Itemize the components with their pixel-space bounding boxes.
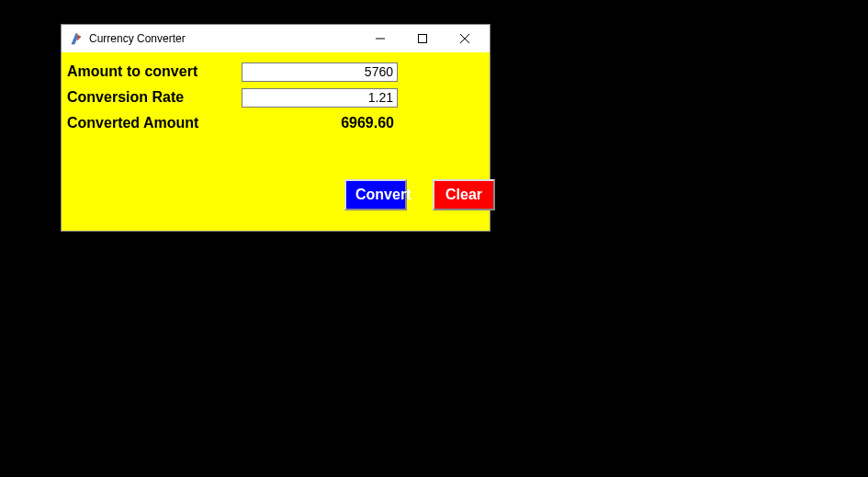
amount-input[interactable] — [242, 62, 398, 82]
titlebar[interactable]: Currency Converter — [62, 25, 490, 52]
rate-label: Conversion Rate — [67, 89, 242, 106]
tk-feather-icon — [69, 31, 84, 46]
amount-label: Amount to convert — [67, 63, 242, 80]
window-title: Currency Converter — [89, 32, 359, 45]
app-window: Currency Converter Amount to convert Con… — [61, 24, 490, 232]
amount-row: Amount to convert — [67, 60, 479, 84]
window-controls — [359, 25, 486, 52]
maximize-button[interactable] — [401, 25, 444, 52]
svg-rect-1 — [419, 35, 427, 43]
button-row: Convert Clear — [344, 179, 479, 210]
rate-row: Conversion Rate — [67, 85, 479, 109]
minimize-button[interactable] — [359, 25, 401, 52]
result-value: 6969.60 — [242, 115, 398, 131]
convert-button[interactable]: Convert — [344, 179, 407, 210]
close-button[interactable] — [444, 25, 486, 52]
clear-button[interactable]: Clear — [433, 179, 495, 210]
rate-input[interactable] — [242, 88, 398, 108]
result-label: Converted Amount — [67, 115, 242, 131]
result-row: Converted Amount 6969.60 — [67, 111, 479, 135]
content-area: Amount to convert Conversion Rate Conver… — [62, 52, 490, 231]
